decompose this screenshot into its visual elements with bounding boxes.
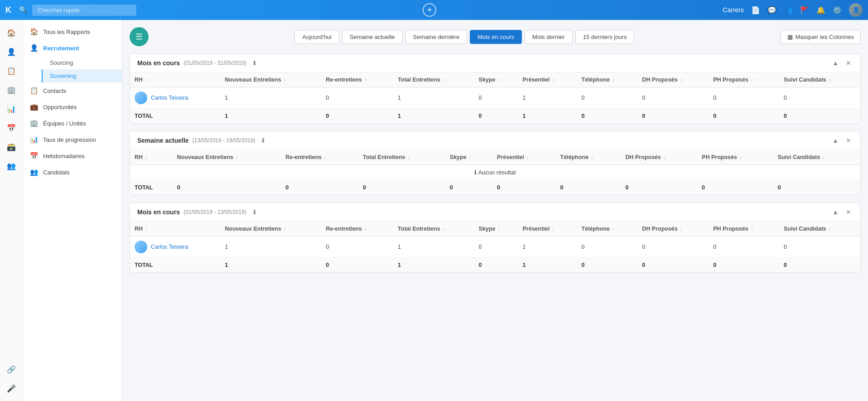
sidebar-item-hebdomadaires[interactable]: 📅 Hebdomadaires (23, 148, 122, 164)
tab-15-jours[interactable]: 15 derniers jours (575, 30, 635, 44)
total-row-2: TOTAL 0 0 0 0 0 0 0 0 0 (130, 180, 860, 195)
section2-close-button[interactable]: ✕ (844, 136, 853, 145)
tab-semaine-derniere[interactable]: Semaine dernière (405, 30, 468, 44)
settings-icon[interactable]: ⚙️ (833, 6, 842, 14)
candidats-icon: 👥 (30, 168, 39, 176)
sidebar-item-taux[interactable]: 📊 Taux de progression (23, 131, 122, 148)
total-suivi: 0 (779, 109, 860, 124)
section3-collapse-button[interactable]: ▲ (830, 208, 840, 217)
total-label: TOTAL (130, 109, 220, 124)
no-result-cell: ℹ Aucun résultat (130, 165, 860, 180)
sidebar-item-opportunites[interactable]: 💼 Opportunités (23, 99, 122, 115)
sidebar-item-candidats[interactable]: 👥 Candidats (23, 164, 122, 180)
document-icon[interactable]: 📄 (751, 6, 760, 14)
table-row-3: Carlos Teixeira 1 0 1 0 1 0 0 0 0 (130, 237, 860, 258)
table-row: Carlos Teixeira 1 0 1 0 1 0 0 0 0 (130, 87, 860, 109)
app-logo: K (5, 5, 11, 15)
tab-semaine-actuelle[interactable]: Semaine actuelle (342, 30, 403, 44)
sidebar-item-contacts[interactable]: 📋 Contacts (23, 82, 122, 99)
chart-icon[interactable]: 📊 (2, 100, 20, 118)
add-button[interactable]: + (423, 3, 436, 17)
users-icon[interactable]: 👥 (784, 6, 793, 14)
cell3-telephone: 0 (577, 237, 637, 258)
rh-name-3[interactable]: Carlos Teixeira (151, 244, 188, 250)
sidebar-subitem-screening[interactable]: Screening (42, 69, 122, 82)
flag-icon[interactable]: 🚩 (800, 6, 809, 14)
sidebar: 🏠 👤 📋 🏢 📊 📅 🗃️ 👥 🔗 🎤 🏠 Tous les Rapports… (0, 20, 122, 401)
cell-nouveaux: 1 (220, 87, 321, 109)
col-presentiel: Présentiel ↕ (518, 72, 577, 87)
rh-name[interactable]: Carlos Teixeira (151, 95, 188, 101)
opportunites-icon: 💼 (30, 103, 39, 111)
total3-re: 0 (321, 258, 393, 273)
cell-skype: 0 (474, 87, 518, 109)
building-icon[interactable]: 🏢 (2, 81, 20, 99)
total3-presentiel: 1 (518, 258, 577, 273)
no-result-row: ℹ Aucun résultat (130, 165, 860, 180)
equipes-icon: 🏢 (30, 119, 39, 127)
cell-presentiel: 1 (518, 87, 577, 109)
total2-total: 0 (358, 180, 445, 195)
mic-icon[interactable]: 🎤 (2, 379, 20, 397)
total3-dh: 0 (637, 258, 709, 273)
list-view-button[interactable]: ☰ (130, 27, 149, 46)
taux-icon: 📊 (30, 135, 39, 144)
total2-telephone: 0 (556, 180, 621, 195)
col3-presentiel: Présentiel ↕ (518, 222, 577, 237)
section3-download-button[interactable]: ⬇ (250, 208, 259, 217)
section1-subtitle: (01/05/2019 - 31/05/2019) (183, 60, 246, 66)
section1-download-button[interactable]: ⬇ (250, 58, 259, 68)
total2-presentiel: 0 (492, 180, 556, 195)
link-icon[interactable]: 🔗 (2, 360, 20, 378)
total3-nouveaux: 1 (220, 258, 321, 273)
section2-collapse-button[interactable]: ▲ (830, 136, 840, 145)
cell-re: 0 (321, 87, 393, 109)
candidates-sidebar-icon[interactable]: 👥 (2, 157, 20, 175)
sidebar-subitem-sourcing[interactable]: Sourcing (42, 56, 122, 69)
total3-label: TOTAL (130, 258, 220, 273)
col-re: Re-entretiens ↕ (321, 72, 393, 87)
chat-icon[interactable]: 💬 (767, 6, 776, 14)
person-icon[interactable]: 👤 (2, 43, 20, 61)
col-dh: DH Proposés ↕ (637, 72, 709, 87)
hide-columns-button[interactable]: ▦ Masquer les Colonnes (781, 30, 861, 44)
sidebar-item-equipes[interactable]: 🏢 Équipes / Unités (23, 115, 122, 131)
total-presentiel: 1 (518, 109, 577, 124)
sidebar-item-tous-les-rapports[interactable]: 🏠 Tous les Rapports (23, 24, 122, 40)
home-icon[interactable]: 🏠 (2, 24, 20, 42)
home-nav-icon: 🏠 (30, 28, 39, 36)
archive-icon[interactable]: 🗃️ (2, 138, 20, 156)
cell-total: 1 (393, 87, 474, 109)
sidebar-item-recrutement[interactable]: 👤 Recrutement (23, 40, 122, 56)
filter-tabs: Aujourd'hui Semaine actuelle Semaine der… (152, 30, 777, 44)
clipboard-icon[interactable]: 📋 (2, 62, 20, 80)
section2-download-button[interactable]: ⬇ (259, 136, 268, 145)
total2-re: 0 (281, 180, 358, 195)
total2-dh: 0 (621, 180, 698, 195)
section-mois-en-cours-full: Mois en cours (01/05/2019 - 31/05/2019) … (130, 53, 861, 124)
section2-subtitle: (13/05/2019 - 19/05/2019) (193, 137, 256, 144)
total2-label: TOTAL (130, 180, 173, 195)
grid-icon: ▦ (787, 34, 793, 40)
col2-re: Re-entretiens ↕ (281, 150, 358, 165)
tab-mois-dernier[interactable]: Mois dernier (525, 30, 573, 44)
cell3-re: 0 (321, 237, 393, 258)
total2-suivi: 0 (773, 180, 860, 195)
tab-mois-en-cours[interactable]: Mois en cours (470, 30, 522, 44)
section1-close-button[interactable]: ✕ (844, 58, 853, 68)
bell-icon[interactable]: 🔔 (816, 6, 825, 14)
list-icon: ☰ (135, 32, 143, 42)
total-telephone: 0 (577, 109, 637, 124)
total-row-3: TOTAL 1 0 1 0 1 0 0 0 0 (130, 258, 860, 273)
total-dh: 0 (637, 109, 709, 124)
section1-collapse-button[interactable]: ▲ (830, 58, 840, 68)
col-ph: PH Proposés ↕ (709, 72, 779, 87)
tab-aujourd-hui[interactable]: Aujourd'hui (294, 30, 339, 44)
calendar-icon[interactable]: 📅 (2, 119, 20, 137)
search-input[interactable] (32, 5, 136, 16)
col2-ph: PH Proposés ↕ (697, 150, 773, 165)
section3-close-button[interactable]: ✕ (844, 208, 853, 217)
col3-suivi: Suivi Candidats ↕ (779, 222, 860, 237)
section1-table: RH ↕ Nouveaux Entretiens ↕ Re-entretiens… (130, 72, 860, 123)
avatar[interactable]: 👤 (849, 3, 863, 17)
